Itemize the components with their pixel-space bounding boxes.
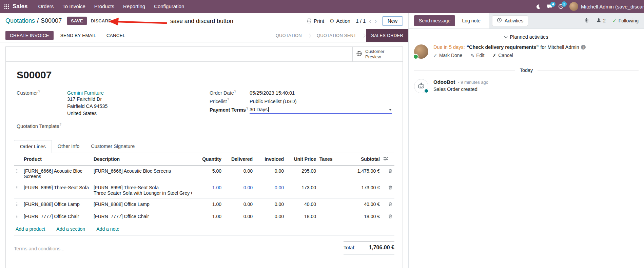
discard-button[interactable]: DISCARD [91,18,112,23]
cell-invoiced[interactable]: 0.00 [254,211,286,223]
cancel-order-button[interactable]: CANCEL [103,31,129,40]
state-quotation-sent[interactable]: QUOTATION SENT [312,29,361,42]
add-a-section-link[interactable]: Add a section [56,226,85,232]
state-quotation[interactable]: QUOTATION [271,29,307,42]
send-by-email-button[interactable]: SEND BY EMAIL [57,31,100,40]
cell-unit-price[interactable]: 295.00 [286,165,318,182]
cell-taxes[interactable] [318,198,342,211]
add-a-product-link[interactable]: Add a product [16,226,45,232]
tab-customer-signature[interactable]: Customer Signature [85,140,140,153]
optional-columns-icon[interactable] [382,153,394,166]
drag-handle-icon[interactable] [14,198,22,211]
apps-grid-icon[interactable] [4,4,9,9]
chevron-down-icon[interactable] [389,109,392,111]
cell-invoiced[interactable]: 0.00 [254,165,286,182]
create-invoice-button[interactable]: CREATE INVOICE [5,31,54,40]
menu-products[interactable]: Products [90,0,119,13]
cell-taxes[interactable] [318,165,342,182]
dark-mode-moon-icon[interactable] [536,4,541,9]
drag-handle-icon[interactable] [14,165,22,182]
pager-previous-icon[interactable]: ‹ [369,18,371,24]
cell-description[interactable]: [FURN_8999] Three-Seat SofaThree Seater … [92,182,194,198]
cell-unit-price[interactable]: 40.00 [286,198,318,211]
order-line-row[interactable]: [FURN_8999] Three-Seat Sofa[FURN_8999] T… [14,182,394,198]
pager-next-icon[interactable]: › [375,18,377,24]
delete-line-icon[interactable] [382,198,394,211]
customer-preview-button[interactable]: Customer Preview [352,47,403,61]
menu-configuration[interactable]: Configuration [150,0,189,13]
cell-product[interactable]: [FURN_6666] Acoustic Bloc Screens [22,165,92,182]
cell-quantity[interactable]: 5.00 [194,165,223,182]
odoobot-avatar[interactable] [414,79,428,93]
user-menu[interactable]: Mitchell Admin (save_discar [581,4,644,9]
print-button[interactable]: Print [307,18,324,24]
col-delivered[interactable]: Delivered [223,153,254,166]
activities-tab[interactable]: Activities [492,15,528,26]
cell-quantity[interactable]: 1.00 [194,182,223,198]
edit-activity-button[interactable]: ✎ Edit [470,53,484,58]
followers-button[interactable]: 2 [596,18,606,24]
col-unit-price[interactable]: Unit Price [286,153,318,166]
cell-quantity[interactable]: 1.00 [194,211,223,223]
col-subtotal[interactable]: Subtotal [342,153,382,166]
col-taxes[interactable]: Taxes [318,153,342,166]
attachments-paperclip-icon[interactable] [584,18,589,24]
cell-delivered[interactable]: 0.00 [223,182,254,198]
col-quantity[interactable]: Quantity [194,153,223,166]
col-description[interactable]: Description [92,153,194,166]
tab-order-lines[interactable]: Order Lines [14,140,52,153]
breadcrumb-quotations-link[interactable]: Quotations [5,17,35,24]
pricelist-value[interactable]: Public Pricelist (USD) [250,99,297,104]
order-line-row[interactable]: [FURN_6666] Acoustic Bloc Screens[FURN_6… [14,165,394,182]
col-product[interactable]: Product [22,153,92,166]
col-invoiced[interactable]: Invoiced [254,153,286,166]
tab-other-info[interactable]: Other Info [52,140,85,153]
message-author[interactable]: OdooBot [433,79,455,85]
cell-unit-price[interactable]: 18.00 [286,211,318,223]
info-icon[interactable]: i [581,45,586,50]
cell-product[interactable]: [FURN_8999] Three-Seat Sofa [22,182,92,198]
following-button[interactable]: ✓ Following [612,18,639,23]
activity-user-avatar[interactable] [414,44,428,59]
delete-line-icon[interactable] [382,182,394,198]
save-button[interactable]: SAVE [67,17,87,25]
send-message-button[interactable]: Send message [414,15,455,26]
cell-delivered[interactable]: 0.00 [223,165,254,182]
mark-done-button[interactable]: ✓ Mark Done [433,53,462,58]
cell-product[interactable]: [FURN_7777] Office Chair [22,211,92,223]
app-name[interactable]: Sales [13,3,27,10]
order-line-row[interactable]: [FURN_7777] Office Chair[FURN_7777] Offi… [14,211,394,223]
user-avatar[interactable] [569,2,578,11]
terms-and-conditions-input[interactable]: Terms and conditions... [14,241,344,251]
menu-orders[interactable]: Orders [34,0,58,13]
state-sales-order[interactable]: SALES ORDER [366,29,408,42]
cell-taxes[interactable] [318,211,342,223]
payment-terms-input[interactable]: 30 Days [250,107,392,114]
cell-unit-price[interactable]: 173.00 [286,182,318,198]
planned-activities-header[interactable]: Planned activities [414,34,639,40]
drag-handle-icon[interactable] [14,182,22,198]
drag-handle-icon[interactable] [14,211,22,223]
messages-icon[interactable]: 4 [547,4,552,9]
cell-description[interactable]: [FURN_8888] Office Lamp [92,198,194,211]
log-note-button[interactable]: Log note [458,15,485,26]
cell-product[interactable]: [FURN_8888] Office Lamp [22,198,92,211]
menu-reporting[interactable]: Reporting [119,0,150,13]
menu-to-invoice[interactable]: To Invoice [58,0,90,13]
cell-invoiced[interactable]: 0.00 [254,198,286,211]
new-button[interactable]: New [382,16,403,26]
cell-delivered[interactable]: 0.00 [223,198,254,211]
cell-invoiced[interactable]: 0.00 [254,182,286,198]
delete-line-icon[interactable] [382,211,394,223]
action-menu-button[interactable]: ⚙ Action [330,18,350,24]
order-line-row[interactable]: [FURN_8888] Office Lamp[FURN_8888] Offic… [14,198,394,211]
cell-quantity[interactable]: 1.00 [194,198,223,211]
delete-line-icon[interactable] [382,165,394,182]
activities-clock-icon[interactable]: 2 [558,4,564,9]
cell-description[interactable]: [FURN_6666] Acoustic Bloc Screens [92,165,194,182]
add-a-note-link[interactable]: Add a note [96,226,119,232]
customer-link[interactable]: Gemini Furniture [67,90,104,96]
cancel-activity-button[interactable]: ✗ Cancel [492,53,513,58]
cell-description[interactable]: [FURN_7777] Office Chair [92,211,194,223]
cell-delivered[interactable]: 0.00 [223,211,254,223]
